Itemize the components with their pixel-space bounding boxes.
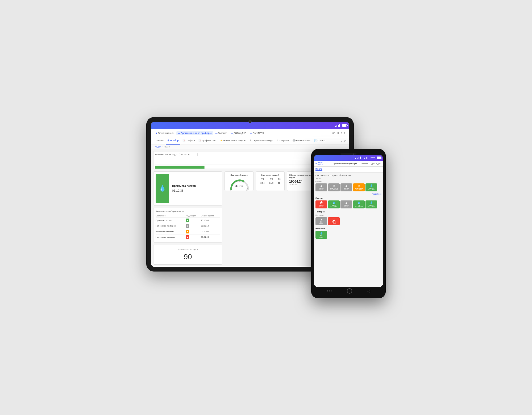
- status-dot-gray: ▲: [186, 224, 189, 228]
- tab-current-charts[interactable]: 📈 Графики тока: [197, 137, 218, 145]
- water-value: 19064.24: [289, 180, 313, 183]
- phone-content: ООО «Артель Старателей Хакасия» Андат Ос…: [314, 172, 383, 287]
- water-icon: ⬇: [250, 139, 252, 142]
- phone-nav-industrial[interactable]: —Промышленные приборы: [331, 163, 357, 165]
- tab-comments[interactable]: 💬 Комментарии: [291, 137, 312, 145]
- indicator-cell: ▲: [186, 234, 201, 240]
- phone-screen: 100% ■Общая панель —Промышленные приборы…: [314, 155, 383, 287]
- phone-device-pk-veselyi[interactable]: 💧 ПК Осн 0: [315, 231, 327, 239]
- tab-water[interactable]: ⬇ Перекачанная вода: [248, 137, 275, 145]
- current-card: Значения тока, А Ф1 Ф2 Ф3: [256, 171, 285, 191]
- status-dot-green: ▲: [186, 219, 189, 222]
- water-time: 15:15:05: [289, 183, 313, 186]
- breadcrumb-parent[interactable]: Андат: [155, 146, 161, 148]
- phone-device-pk20[interactable]: ▲ ПК-20 Осн 0: [315, 183, 327, 191]
- nav-item-dashboard[interactable]: ■ Общая панель: [154, 131, 176, 135]
- phone-device-pk13[interactable]: 💧 ПК-13 Осн 261.8: [328, 200, 340, 208]
- phone-device-eku5326[interactable]: ⚙ ЭКУ-5 326 Осн 2.55: [353, 183, 365, 191]
- pk21-icon: ⏻: [316, 201, 326, 204]
- svg-text:600: 600: [246, 189, 248, 191]
- phone-signal2: [363, 157, 368, 159]
- tab-settings-icon[interactable]: ⚙: [344, 139, 346, 142]
- settings-icon[interactable]: ⚙: [337, 132, 339, 134]
- tablet-camera: [248, 120, 252, 123]
- phone-section-tekhteren-title: Техтерен: [315, 211, 381, 213]
- current-title: Значения тока, А: [258, 174, 282, 176]
- phone-device-pk21[interactable]: ⏻ ПК-21 Осн 0: [315, 200, 327, 208]
- phone-device-eku1070[interactable]: ⚙ ЭКУ 10.70 Осн 113.42: [328, 183, 340, 191]
- phone-section-pistan-title: Пистан: [315, 197, 381, 199]
- phone-btn-back[interactable]: ◁: [367, 289, 370, 293]
- tab-help-icon[interactable]: ?: [341, 139, 342, 142]
- phone-device-pk16[interactable]: ▲ ПК-16 Осн 0: [340, 200, 352, 208]
- phone-signal: [355, 157, 361, 159]
- phone-device-pk700[interactable]: ▲ ПК-700 Осн 0: [340, 183, 352, 191]
- phone-tab-bar: Панель: [314, 167, 383, 172]
- phone-section-balyksa: Балыкса: [315, 214, 381, 216]
- gauge-title: Основной насос: [230, 174, 248, 176]
- tablet-tabbar: Панель ⚙ Прибор 📈 Графики 📈 Графики тока…: [151, 137, 349, 145]
- phone-device-pk3[interactable]: ⏻ ПК-3 Осн 0: [328, 217, 340, 225]
- phone-nav-des[interactable]: —ДЭС и ДНС: [369, 163, 381, 165]
- phone-devices-pistan: ⏻ ПК-21 Осн 0 💧 ПК-13 Осн 261.8 ▲: [315, 200, 381, 208]
- loads-value: 90: [157, 253, 219, 261]
- phone-btn-menu[interactable]: [327, 290, 332, 291]
- pk20-icon: ▲: [316, 184, 326, 187]
- phone-section-veselyi-title: Веселый: [315, 227, 381, 230]
- phone-device-pk-bal1[interactable]: ▲ ПК Осн 0: [315, 217, 327, 225]
- current-row: 32.4 31.9 31: [258, 181, 282, 185]
- phone-section-veselyi: Веселый 💧 ПК Осн 0: [315, 227, 381, 239]
- phone-section-pistan: Пистан ⏻ ПК-21 Осн 0 💧 ПК-13 Осн 261.8: [315, 197, 381, 208]
- tab-energy[interactable]: ⚡ Накопленная энергия: [218, 137, 248, 145]
- indicator-cell: ▲: [186, 223, 201, 229]
- activities-title: Активности прибора за день: [156, 210, 220, 212]
- help-icon[interactable]: ?: [341, 132, 342, 134]
- current-f2: 31.9: [267, 181, 276, 185]
- signal-bars: [335, 124, 340, 127]
- energy-icon: ⚡: [220, 139, 223, 142]
- phone-device-pk19[interactable]: 💧 ПК-19 Осн 318.52: [365, 183, 377, 191]
- pk13-icon: 💧: [329, 201, 339, 204]
- phone-topbar: 100%: [314, 155, 383, 161]
- breadcrumb: Андат › ПК-19: [151, 145, 349, 149]
- tab-charts[interactable]: 📈 Графики: [181, 137, 197, 145]
- phone-more-link[interactable]: Подробнее: [315, 193, 381, 195]
- eku5326-icon: ⚙: [354, 184, 364, 187]
- nav-item-autograf[interactable]: — АвтоГРАФ: [248, 131, 265, 135]
- current-f3: 31: [276, 181, 282, 185]
- time-cell: 00:00:00: [201, 229, 220, 234]
- nav-right-controls: 3D ⚙ ? ↻: [332, 132, 346, 134]
- phone-devices-balyksa: ▲ ПК Осн 0 ⏻ ПК-3 Осн 0: [315, 217, 381, 225]
- tab-reports[interactable]: 📄 Отчеты: [313, 137, 327, 145]
- current-col-f3: Ф3: [276, 177, 282, 181]
- nav-dot4: —: [250, 132, 252, 134]
- current-col-f1: Ф1: [258, 177, 267, 181]
- refresh-icon[interactable]: ↻: [344, 132, 346, 134]
- nav-item-fuel[interactable]: — Топливо: [214, 131, 229, 135]
- chart-date-input[interactable]: [179, 153, 198, 156]
- charts-icon: 📈: [182, 139, 185, 142]
- tablet-navbar: ■ Общая панель — Промышленные приборы — …: [151, 129, 349, 137]
- phone-camera-dot: [353, 153, 354, 155]
- phone-nav-fuel[interactable]: —Топливо: [359, 163, 368, 165]
- table-row: Насосы не активны ■ 00:00:00: [156, 229, 220, 234]
- nav-item-des[interactable]: — ДЭС и ДНС: [229, 131, 248, 135]
- nav-item-industrial[interactable]: — Промышленные приборы: [176, 131, 213, 135]
- phone-nav-dashboard[interactable]: ■Общая панель: [315, 162, 329, 165]
- phone-device-pk22[interactable]: 💧 ПК-22 Осн 179.93: [365, 200, 377, 208]
- indicator-cell: ■: [186, 229, 201, 234]
- time-cell: 00:00:19: [201, 223, 220, 229]
- tab-panel[interactable]: Панель: [154, 137, 165, 145]
- eku1070-icon: ⚙: [329, 184, 339, 187]
- phone-camera: [340, 153, 356, 155]
- tab-device[interactable]: ⚙ Прибор: [166, 137, 180, 145]
- phone-btn-home[interactable]: [347, 288, 352, 294]
- gauge-card: Основной насос: [225, 171, 253, 191]
- table-row: Промывка песков ▲ 15:15:05: [156, 217, 220, 223]
- tab-loads[interactable]: ⬇ Погрузки: [275, 137, 290, 145]
- phone-device-pk-ock23318[interactable]: 💧 ПК Осн 238.18: [353, 200, 365, 208]
- pk700-icon: ▲: [341, 184, 351, 187]
- svg-text:0: 0: [230, 189, 231, 191]
- activities-card: Активности прибора за день Состояние Инд…: [153, 208, 222, 243]
- phone-tab-panel[interactable]: Панель: [315, 168, 322, 171]
